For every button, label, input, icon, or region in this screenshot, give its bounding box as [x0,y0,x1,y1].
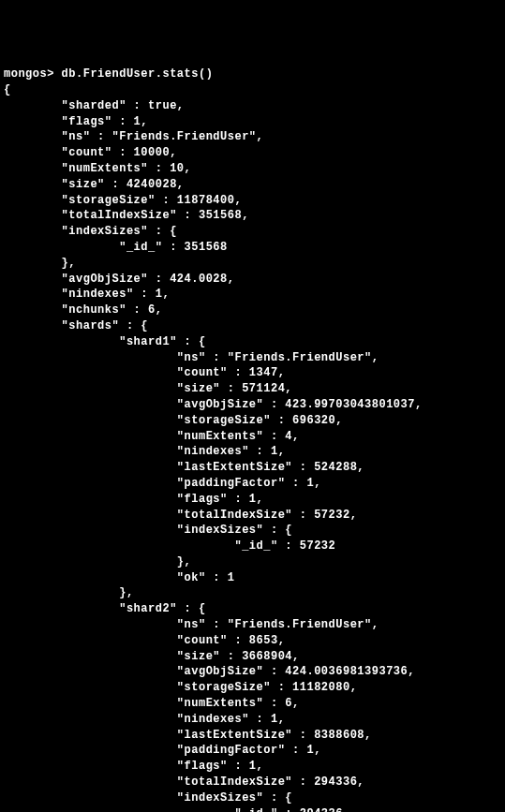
terminal-line: "flags" : 1, [4,493,263,506]
terminal-line: "nchunks" : 6, [4,303,162,317]
terminal-line: "indexSizes" : { [4,225,177,238]
terminal-line: "totalIndexSize" : 351568, [4,209,249,222]
terminal-line: "avgObjSize" : 424.0036981393736, [4,665,415,678]
terminal-line: "storageSize" : 11182080, [4,681,357,694]
terminal-line: "paddingFactor" : 1, [4,477,321,490]
terminal-line: "_id_" : 351568 [4,241,228,254]
terminal-line: "shard1" : { [4,335,206,348]
terminal-line: "avgObjSize" : 423.99703043801037, [4,398,423,411]
terminal-line: "nindexes" : 1, [4,445,285,458]
terminal-line: "size" : 571124, [4,382,292,395]
terminal-line: "ok" : 1 [4,571,234,584]
terminal-line: "ns" : "Friends.FriendUser", [4,130,263,143]
terminal-line: "flags" : 1, [4,115,148,128]
terminal-line: mongos> db.FriendUser.stats() [4,67,213,81]
terminal-line: }, [4,257,76,270]
terminal-line: }, [4,586,134,599]
terminal-line: "totalIndexSize" : 294336, [4,775,364,789]
terminal-line: "_id_" : 294336 [4,807,343,812]
terminal-line: "indexSizes" : { [4,524,292,537]
terminal-line: "lastExtentSize" : 524288, [4,461,364,474]
terminal-line: "size" : 3668904, [4,650,300,663]
terminal-line: "numExtents" : 4, [4,430,300,443]
terminal-line: "flags" : 1, [4,760,263,773]
terminal-line: "count" : 1347, [4,366,285,379]
terminal-line: { [4,83,11,96]
terminal-line: "avgObjSize" : 424.0028, [4,273,234,286]
terminal-line: "count" : 10000, [4,146,177,159]
terminal-line: "shard2" : { [4,602,206,615]
terminal-line: "lastExtentSize" : 8388608, [4,729,372,742]
terminal-line: "ns" : "Friends.FriendUser", [4,351,379,364]
terminal-line: "storageSize" : 11878400, [4,194,242,207]
terminal-line: "indexSizes" : { [4,791,292,805]
terminal-line: "paddingFactor" : 1, [4,744,321,757]
terminal-line: "storageSize" : 696320, [4,414,343,427]
terminal-line: "nindexes" : 1, [4,288,170,301]
terminal-line: "ns" : "Friends.FriendUser", [4,618,379,631]
terminal-line: "totalIndexSize" : 57232, [4,509,357,522]
terminal-line: "nindexes" : 1, [4,713,285,726]
terminal-line: }, [4,555,191,568]
terminal-line: "numExtents" : 6, [4,697,300,710]
terminal-line: "shards" : { [4,319,148,332]
terminal-line: "size" : 4240028, [4,178,185,191]
terminal-line: "_id_" : 57232 [4,539,335,553]
terminal-line: "sharded" : true, [4,99,185,112]
terminal-line: "count" : 8653, [4,634,285,647]
terminal-output[interactable]: mongos> db.FriendUser.stats() { "sharded… [4,66,501,812]
terminal-line: "numExtents" : 10, [4,162,191,175]
